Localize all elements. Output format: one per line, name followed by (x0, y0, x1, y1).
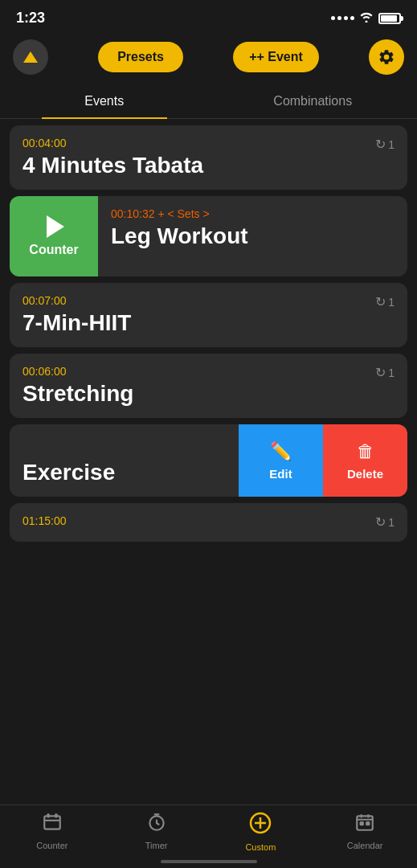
nav-item-counter[interactable]: Counter (0, 812, 104, 852)
svg-rect-8 (357, 816, 373, 829)
calendar-icon (354, 812, 375, 837)
event-time: 00:10:32 + < Sets > (111, 207, 395, 220)
add-event-button[interactable]: + + Event (233, 42, 319, 72)
repeat-icon: ↻ (375, 514, 386, 530)
edit-label: Edit (269, 467, 292, 481)
event-name: Leg Workout (111, 223, 395, 249)
signal-dots-icon (331, 16, 354, 20)
counter-icon (42, 812, 63, 837)
calendar-label: Calendar (347, 841, 383, 850)
swipe-actions: ✏️ Edit 🗑 Delete (239, 424, 407, 497)
bottom-nav: Counter Timer Custom (0, 805, 417, 868)
plus-icon: + (249, 50, 256, 64)
triangle-up-icon (23, 51, 38, 63)
battery-icon (378, 13, 401, 24)
nav-item-custom[interactable]: Custom (209, 812, 313, 852)
event-card-leg: Counter 00:10:32 + < Sets > Leg Workout (10, 196, 407, 276)
delete-label: Delete (347, 467, 383, 481)
edit-icon: ✏️ (270, 441, 292, 462)
delete-icon: 🗑 (357, 441, 374, 462)
wifi-icon (359, 11, 374, 25)
repeat-icon: ↻ (375, 294, 386, 309)
settings-button[interactable] (369, 39, 404, 75)
back-button[interactable] (13, 39, 48, 75)
event-time: 00:07:00 (22, 294, 395, 307)
status-time: 1:23 (16, 10, 45, 27)
timer-label: Timer (145, 841, 168, 850)
start-label: Counter (29, 243, 78, 257)
edit-button[interactable]: ✏️ Edit (239, 424, 323, 497)
event-repeat: ↻ 1 (375, 514, 395, 530)
status-bar: 1:23 (0, 0, 417, 33)
repeat-icon: ↻ (375, 137, 386, 152)
tab-bar: Events Combinations (0, 84, 417, 119)
status-icons (331, 11, 401, 25)
counter-label: Counter (36, 841, 67, 850)
home-indicator (161, 860, 257, 863)
presets-button[interactable]: Presets (98, 42, 183, 72)
event-card-exercise: ↻ 1 Exercise ✏️ Edit 🗑 Delete (10, 424, 407, 497)
svg-rect-9 (361, 822, 363, 825)
header: Presets + + Event (0, 33, 417, 84)
svg-rect-0 (44, 816, 60, 829)
nav-item-calendar[interactable]: Calendar (313, 812, 417, 852)
event-repeat: ↻ 1 (375, 365, 395, 380)
repeat-icon: ↻ (375, 365, 386, 380)
delete-button[interactable]: 🗑 Delete (323, 424, 407, 497)
event-repeat: ↻ 1 (375, 294, 395, 309)
event-card-stretching[interactable]: 00:06:00 Stretching ↻ 1 (10, 354, 407, 418)
event-card-tabata[interactable]: 00:04:00 4 Minutes Tabata ↻ 1 (10, 125, 407, 190)
tab-combinations[interactable]: Combinations (209, 84, 418, 118)
timer-icon (146, 812, 167, 837)
event-name: Stretching (22, 381, 395, 407)
event-time: 00:04:00 (22, 137, 395, 149)
event-card-content: 00:10:32 + < Sets > Leg Workout (98, 196, 407, 276)
gear-icon (378, 48, 395, 66)
custom-icon (249, 812, 272, 839)
event-repeat: ↻ 1 (375, 137, 395, 152)
nav-item-timer[interactable]: Timer (104, 812, 209, 852)
event-time: 00:06:00 (22, 365, 395, 378)
svg-rect-2 (55, 813, 57, 817)
play-icon (47, 215, 64, 238)
event-card-partial[interactable]: 01:15:00 ↻ 1 (10, 503, 407, 542)
event-name: 4 Minutes Tabata (22, 153, 395, 178)
event-card-hiit[interactable]: 00:07:00 7-Min-HIIT ↻ 1 (10, 283, 407, 347)
tab-events[interactable]: Events (0, 84, 209, 118)
event-name: 7-Min-HIIT (22, 310, 395, 336)
svg-rect-1 (47, 813, 49, 817)
start-button[interactable]: Counter (10, 196, 98, 276)
svg-rect-10 (366, 822, 369, 825)
event-time: 01:15:00 (22, 514, 395, 527)
events-list: 00:04:00 4 Minutes Tabata ↻ 1 Counter 00… (0, 119, 417, 614)
custom-label: Custom (245, 842, 276, 852)
